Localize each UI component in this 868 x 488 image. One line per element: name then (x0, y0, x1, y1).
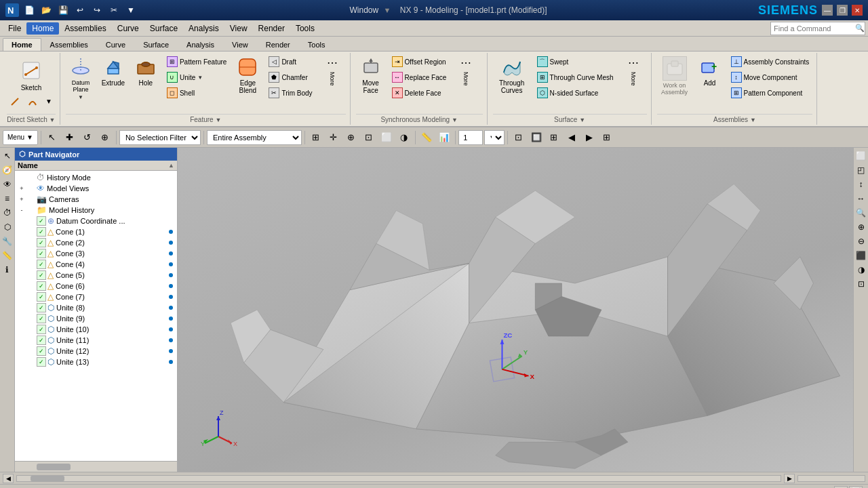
work-layer-select[interactable]: Entire Assembly (207, 130, 302, 145)
tree-item[interactable]: ✓⬡Unite (9) (15, 313, 177, 324)
snap-distance-input[interactable] (458, 130, 483, 145)
menu-tools[interactable]: Tools (290, 22, 320, 35)
tb-rotate-btn[interactable]: ↺ (79, 129, 96, 146)
right-icon-6[interactable]: ⊕ (854, 220, 868, 234)
right-icon-3[interactable]: ↕ (854, 178, 868, 191)
tree-checkbox[interactable]: ✓ (37, 292, 46, 302)
extrude-button[interactable]: Extrude (98, 54, 128, 89)
delete-face-button[interactable]: ✕ Delete Face (389, 85, 450, 100)
offset-region-button[interactable]: ⇥ Offset Region (389, 54, 450, 69)
tb-view-btn[interactable]: ⬜ (378, 129, 395, 146)
tree-checkbox[interactable]: ✓ (37, 238, 46, 247)
tb-snap-btn[interactable]: ✚ (62, 129, 78, 146)
tree-item[interactable]: ✓⬡Unite (11) (15, 335, 177, 346)
datum-plane-button[interactable]: DatumPlane ▼ (66, 54, 96, 102)
tb-extra3-btn[interactable]: ⊞ (546, 129, 562, 146)
more-qa-button[interactable]: ▼ (123, 3, 138, 18)
tab-assemblies[interactable]: Assemblies (41, 38, 97, 51)
sketch-arc-btn[interactable] (24, 95, 41, 108)
menu-view[interactable]: View (224, 22, 253, 35)
tab-analysis[interactable]: Analysis (178, 38, 223, 51)
expand-icon[interactable]: + (18, 196, 26, 203)
tree-item[interactable]: ✓△Cone (6) (15, 281, 177, 291)
tree-item[interactable]: ✓⬡Unite (12) (15, 346, 177, 357)
tree-checkbox[interactable]: ✓ (37, 281, 46, 291)
cut-button[interactable]: ✂ (106, 3, 121, 18)
find-command-box[interactable]: 🔍 (770, 22, 865, 35)
menu-dropdown-button[interactable]: Menu ▼ (3, 130, 38, 145)
menu-analysis[interactable]: Analysis (183, 22, 224, 35)
right-icon-5[interactable]: 🔍 (854, 206, 868, 220)
chamfer-button[interactable]: ⬟ Chamfer (265, 70, 315, 85)
assembly-constraints-button[interactable]: ⊥ Assembly Constraints (728, 54, 813, 69)
tree-checkbox[interactable]: ✓ (37, 216, 46, 226)
work-on-assembly-button[interactable]: Work onAssembly (657, 54, 692, 98)
tab-render[interactable]: Render (257, 38, 299, 51)
status-icon-1[interactable]: ⊞ (834, 486, 848, 489)
pattern-feature-button[interactable]: ⊞ Pattern Feature (163, 54, 230, 69)
new-button[interactable]: 📄 (22, 3, 37, 18)
move-component-button[interactable]: ↕ Move Component (728, 70, 813, 85)
tree-checkbox[interactable]: ✓ (37, 227, 46, 237)
tb-zoom-btn[interactable]: ⊕ (97, 129, 113, 146)
nav-resize-bar[interactable] (797, 475, 865, 482)
tree-item[interactable]: ✓⬡Unite (10) (15, 324, 177, 335)
tab-curve[interactable]: Curve (97, 38, 134, 51)
tb-extra4-btn[interactable]: ◀ (564, 129, 580, 146)
draft-button[interactable]: ◁ Draft (265, 54, 315, 69)
scroll-right-btn[interactable]: ▶ (784, 474, 795, 483)
replace-face-button[interactable]: ↔ Replace Face (389, 70, 450, 85)
tb-extra5-btn[interactable]: ▶ (581, 129, 597, 146)
sync-more-button[interactable]: ⋯ More (452, 54, 479, 88)
tb-select-btn[interactable]: ↖ (44, 129, 60, 146)
menu-home[interactable]: Home (26, 22, 59, 35)
through-curves-button[interactable]: Through Curves (493, 54, 531, 96)
scrollbar-thumb-h[interactable] (31, 476, 64, 481)
tree-checkbox[interactable]: ✓ (37, 260, 46, 269)
save-button[interactable]: 💾 (56, 3, 71, 18)
shell-button[interactable]: ◻ Shell (163, 85, 230, 100)
sketch-more-btn[interactable]: ▼ (42, 95, 56, 108)
swept-button[interactable]: ⌒ Swept (534, 54, 617, 69)
tb-translate-btn[interactable]: ⊞ (308, 129, 324, 146)
unite-button[interactable]: ∪ Unite ▼ (163, 70, 230, 85)
sidebar-icon-measure[interactable]: 📏 (1, 249, 14, 262)
minimize-button[interactable]: — (822, 5, 833, 16)
selection-filter-select[interactable]: No Selection Filter (119, 130, 201, 145)
tb-orient-btn[interactable]: ⊡ (361, 129, 377, 146)
edge-blend-button[interactable]: EdgeBlend (233, 54, 262, 96)
restore-button[interactable]: ❐ (837, 5, 848, 16)
find-command-input[interactable] (774, 24, 855, 33)
trim-body-button[interactable]: ✂ Trim Body (265, 85, 315, 100)
tb-extra1-btn[interactable]: ⊡ (511, 129, 527, 146)
sidebar-icon-assembly[interactable]: 🔧 (1, 235, 14, 248)
n-sided-surface-button[interactable]: ⬡ N-sided Surface (534, 85, 617, 100)
right-icon-8[interactable]: ⬛ (854, 249, 868, 262)
tree-checkbox[interactable]: ✓ (37, 270, 46, 280)
tree-item[interactable]: -📁Model History (15, 205, 177, 216)
tree-item[interactable]: ✓⊕Datum Coordinate ... (15, 216, 177, 226)
tab-home[interactable]: Home (3, 38, 41, 51)
tree-item[interactable]: ✓△Cone (3) (15, 248, 177, 259)
sketch-button[interactable]: Sketch (16, 56, 47, 94)
menu-file[interactable]: File (3, 22, 26, 35)
tree-checkbox[interactable]: ✓ (37, 314, 46, 323)
sidebar-icon-select[interactable]: ↖ (1, 149, 14, 163)
tree-item[interactable]: ✓⬡Unite (13) (15, 357, 177, 367)
tree-checkbox[interactable]: ✓ (37, 357, 46, 367)
viewport[interactable]: ZC Y X X Y Z (178, 148, 853, 472)
tree-item[interactable]: ✓△Cone (1) (15, 226, 177, 237)
tree-item[interactable]: ⏱History Mode (15, 172, 177, 183)
sidebar-icon-navigate[interactable]: 🧭 (1, 163, 14, 177)
tree-item[interactable]: ✓⬡Unite (8) (15, 302, 177, 313)
snap-unit-select[interactable]: ▼ (484, 130, 505, 145)
right-icon-10[interactable]: ⊡ (854, 277, 868, 291)
tree-item[interactable]: ✓△Cone (7) (15, 291, 177, 302)
tb-shade-btn[interactable]: ◑ (396, 129, 412, 146)
menu-render[interactable]: Render (253, 22, 290, 35)
menu-assemblies[interactable]: Assemblies (59, 22, 111, 35)
right-icon-9[interactable]: ◑ (854, 263, 868, 277)
tree-checkbox[interactable]: ✓ (37, 336, 46, 345)
tb-measure-btn[interactable]: 📏 (418, 129, 435, 146)
sidebar-icon-info[interactable]: ℹ (1, 263, 14, 277)
